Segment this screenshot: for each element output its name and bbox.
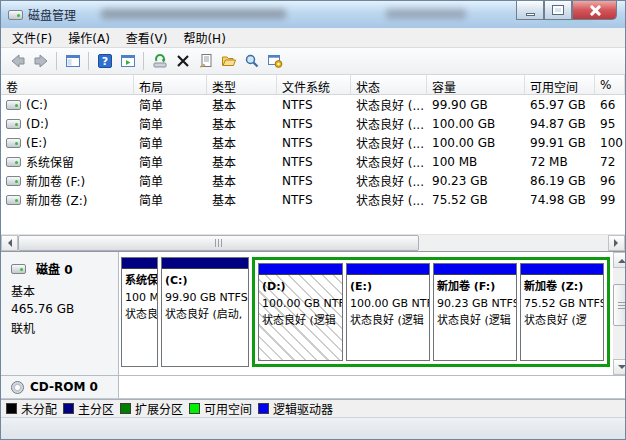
- properties-button[interactable]: [194, 50, 217, 73]
- arrow-down-icon: [618, 365, 626, 373]
- col-type[interactable]: 类型: [207, 75, 277, 94]
- partition-size: 99.90 GB NTFS: [165, 289, 245, 306]
- volume-fs: NTFS: [277, 98, 351, 112]
- volume-row-d[interactable]: (D:) 简单 基本 NTFS 状态良好 (... 100.00 GB 94.8…: [1, 114, 625, 133]
- titlebar[interactable]: 磁盘管理: [1, 1, 625, 28]
- menubar: 文件(F) 操作(A) 查看(V) 帮助(H): [1, 28, 625, 48]
- legend-label: 可用空间: [204, 400, 252, 417]
- scrollbar-thumb[interactable]: [18, 235, 419, 251]
- col-free[interactable]: 可用空间: [525, 75, 595, 94]
- manage-icon: [267, 53, 283, 69]
- scrollbar-track[interactable]: [18, 235, 608, 251]
- delete-icon: [175, 53, 191, 69]
- volume-layout: 简单: [134, 153, 207, 170]
- toolbar: ?: [1, 48, 625, 75]
- close-button[interactable]: [572, 1, 617, 20]
- partition-name: 新加卷 (Z:): [524, 278, 600, 295]
- censored-text-blur: [101, 9, 286, 19]
- volume-fs: NTFS: [277, 174, 351, 188]
- volume-fs: NTFS: [277, 155, 351, 169]
- disk0-label-panel[interactable]: 磁盘 0 基本 465.76 GB 联机: [1, 252, 119, 375]
- partition-z[interactable]: 新加卷 (Z:) 75.52 GB NTFS 状态良好 (逻: [520, 263, 604, 361]
- volume-status: 状态良好 (...: [351, 115, 427, 132]
- show-console-tree-button[interactable]: [61, 50, 84, 73]
- disk-icon: [11, 264, 26, 274]
- partition-status: 状态良好 (逻辑: [262, 312, 339, 329]
- show-action-pane-button[interactable]: [116, 50, 139, 73]
- volume-free: 99.91 GB: [525, 136, 595, 150]
- help-button[interactable]: ?: [93, 50, 116, 73]
- volume-capacity: 100.00 GB: [427, 136, 525, 150]
- volume-row-f[interactable]: 新加卷 (F:) 简单 基本 NTFS 状态良好 (... 90.23 GB 8…: [1, 171, 625, 190]
- disk0-state: 联机: [11, 319, 110, 336]
- partition-c[interactable]: (C:) 99.90 GB NTFS 状态良好 (启动,: [161, 257, 249, 367]
- disk0-kind: 基本: [11, 282, 110, 299]
- partition-size: 100.00 GB NTFS: [350, 295, 426, 312]
- minimize-button[interactable]: [516, 1, 544, 20]
- scrollbar-track[interactable]: [613, 268, 626, 359]
- volume-status: 状态良好 (...: [351, 191, 427, 208]
- manage-button[interactable]: [263, 50, 286, 73]
- volume-free: 65.97 GB: [525, 98, 595, 112]
- legend-unallocated: 未分配: [6, 400, 57, 417]
- volume-name: 系统保留: [26, 153, 74, 170]
- cdrom-icon: [11, 381, 24, 394]
- col-status[interactable]: 状态: [351, 75, 427, 94]
- show-console-tree-icon: [65, 53, 81, 69]
- volume-percent: 100: [595, 136, 625, 150]
- menu-action[interactable]: 操作(A): [60, 27, 118, 48]
- col-percent[interactable]: %: [595, 75, 625, 94]
- volume-type: 基本: [207, 191, 277, 208]
- scroll-down-button[interactable]: [613, 359, 626, 375]
- menu-view[interactable]: 查看(V): [118, 27, 176, 48]
- volume-name: (E:): [26, 136, 47, 150]
- partition-name: (D:): [262, 278, 339, 295]
- col-capacity[interactable]: 容量: [427, 75, 525, 94]
- disk0-partitions: 系统保留 100 MB 状态良好 (C:) 99.90 GB NTFS 状态良好…: [119, 252, 613, 375]
- cdrom-row: CD-ROM 0: [1, 376, 625, 399]
- legend-free-space: 可用空间: [189, 400, 252, 417]
- scrollbar-thumb[interactable]: [613, 284, 626, 326]
- arrow-right-icon: [614, 239, 622, 247]
- col-volume[interactable]: 卷: [1, 75, 134, 94]
- scroll-up-button[interactable]: [613, 252, 626, 268]
- toolbar-separator: [143, 52, 144, 70]
- forward-button[interactable]: [29, 50, 52, 73]
- refresh-button[interactable]: [148, 50, 171, 73]
- volume-row-e[interactable]: (E:) 简单 基本 NTFS 状态良好 (... 100.00 GB 99.9…: [1, 133, 625, 152]
- horizontal-scrollbar[interactable]: [1, 234, 625, 251]
- window-title: 磁盘管理: [28, 6, 76, 23]
- unallocated-color-swatch: [6, 403, 17, 414]
- back-button[interactable]: [6, 50, 29, 73]
- app-icon: [8, 10, 23, 20]
- menu-file[interactable]: 文件(F): [4, 27, 60, 48]
- volume-type: 基本: [207, 96, 277, 113]
- scroll-right-button[interactable]: [608, 235, 625, 251]
- graphical-view: 磁盘 0 基本 465.76 GB 联机 系统保留 100 MB 状态良好: [1, 251, 625, 440]
- partition-system-reserved[interactable]: 系统保留 100 MB 状态良好: [121, 257, 158, 367]
- volume-row-system-reserved[interactable]: 系统保留 简单 基本 NTFS 状态良好 (... 100 MB 72 MB 7…: [1, 152, 625, 171]
- partition-e[interactable]: (E:) 100.00 GB NTFS 状态良好 (逻辑: [346, 263, 430, 361]
- cdrom-label-panel[interactable]: CD-ROM 0: [1, 376, 119, 398]
- volume-row-c[interactable]: (C:) 简单 基本 NTFS 状态良好 (... 99.90 GB 65.97…: [1, 95, 625, 114]
- volume-type: 基本: [207, 134, 277, 151]
- volume-layout: 简单: [134, 115, 207, 132]
- delete-button[interactable]: [171, 50, 194, 73]
- volume-capacity: 100.00 GB: [427, 117, 525, 131]
- menu-help[interactable]: 帮助(H): [175, 27, 233, 48]
- col-fs[interactable]: 文件系统: [277, 75, 351, 94]
- partition-d-selected[interactable]: (D:) 100.00 GB NTFS 状态良好 (逻辑: [258, 263, 343, 361]
- maximize-button[interactable]: [544, 1, 572, 20]
- partition-f[interactable]: 新加卷 (F:) 90.23 GB NTFS 状态良好 (逻辑: [433, 263, 517, 361]
- volume-capacity: 75.52 GB: [427, 193, 525, 207]
- volume-fs: NTFS: [277, 193, 351, 207]
- legend-label: 逻辑驱动器: [273, 400, 333, 417]
- volume-row-z[interactable]: 新加卷 (Z:) 简单 基本 NTFS 状态良好 (... 75.52 GB 7…: [1, 190, 625, 209]
- open-button[interactable]: [217, 50, 240, 73]
- scroll-left-button[interactable]: [1, 235, 18, 251]
- vertical-scrollbar[interactable]: [613, 252, 626, 375]
- search-button[interactable]: [240, 50, 263, 73]
- partition-size: 100.00 GB NTFS: [262, 295, 339, 312]
- primary-color-swatch: [63, 403, 74, 414]
- col-layout[interactable]: 布局: [134, 75, 207, 94]
